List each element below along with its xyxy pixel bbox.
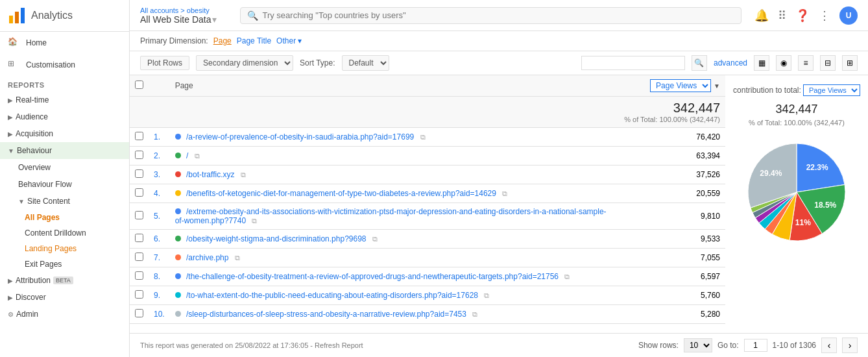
col-header-pageviews[interactable]: Page Views ▼ xyxy=(619,75,725,97)
row-checkbox[interactable] xyxy=(135,211,143,219)
row-page-link[interactable]: /a-review-of-prevalence-of-obesity-in-sa… xyxy=(186,132,414,142)
pivot-view-button[interactable]: ⊟ xyxy=(820,55,836,71)
header-search-box[interactable]: 🔍 xyxy=(240,7,741,24)
copy-icon[interactable]: ⧉ xyxy=(195,152,200,160)
copy-icon[interactable]: ⧉ xyxy=(235,254,240,262)
avatar[interactable]: U xyxy=(839,6,858,25)
sidebar-item-behaviour-flow[interactable]: Behaviour Flow xyxy=(0,176,129,193)
copy-icon[interactable]: ⧉ xyxy=(252,217,257,225)
advanced-link[interactable]: advanced xyxy=(714,58,747,68)
contrib-metric-select[interactable]: Page Views xyxy=(803,84,860,96)
sidebar-item-admin[interactable]: ⚙ Admin xyxy=(0,306,129,323)
expand-arrow-discover: ▶ xyxy=(8,294,13,301)
behaviour-label: Behaviour xyxy=(17,146,52,155)
show-rows-select[interactable]: 10 xyxy=(684,338,712,352)
row-checkbox[interactable] xyxy=(135,234,143,242)
row-color-dot xyxy=(175,134,181,140)
row-num: 8. xyxy=(149,267,170,286)
table-section: Page Page Views ▼ xyxy=(130,75,725,324)
row-num: 4. xyxy=(149,184,170,203)
row-num: 2. xyxy=(149,147,170,166)
next-page-button[interactable]: › xyxy=(842,338,858,353)
sidebar-item-overview[interactable]: Overview xyxy=(0,159,129,176)
dim-page-link[interactable]: Page xyxy=(213,36,232,45)
grid-icon[interactable]: ⠿ xyxy=(778,8,786,23)
row-page-link[interactable]: / xyxy=(186,151,188,160)
sidebar-item-discover[interactable]: ▶ Discover xyxy=(0,289,129,306)
plot-rows-button[interactable]: Plot Rows xyxy=(140,56,189,70)
goto-input[interactable] xyxy=(744,339,767,352)
row-color-dot xyxy=(175,292,181,298)
row-page-link[interactable]: /the-challenge-of-obesity-treatment-a-re… xyxy=(186,272,559,281)
customisation-icon: ⊞ xyxy=(8,59,19,71)
row-page-link[interactable]: /obesity-weight-stigma-and-discriminatio… xyxy=(186,234,366,243)
table-view-button[interactable]: ▦ xyxy=(754,55,769,71)
search-input[interactable] xyxy=(262,10,734,20)
copy-icon[interactable]: ⧉ xyxy=(372,235,378,243)
help-icon[interactable]: ❓ xyxy=(795,8,810,23)
sidebar-item-exit-pages[interactable]: Exit Pages xyxy=(0,256,129,272)
row-pageviews: 9,810 xyxy=(619,203,725,230)
row-checkbox[interactable] xyxy=(135,188,143,197)
row-page-link[interactable]: /benefits-of-ketogenic-diet-for-manageme… xyxy=(186,189,496,198)
attribution-beta-badge: BETA xyxy=(53,277,73,284)
row-checkbox[interactable] xyxy=(135,290,143,299)
copy-icon[interactable]: ⧉ xyxy=(241,171,246,178)
copy-icon[interactable]: ⧉ xyxy=(472,310,477,318)
row-page-link[interactable]: /extreme-obesity-and-its-associations-wi… xyxy=(175,207,607,225)
copy-icon[interactable]: ⧉ xyxy=(484,291,489,299)
sidebar-item-realtime[interactable]: ▶ Real-time xyxy=(0,92,129,108)
row-page-link[interactable]: /sleep-disturbances-of-sleep-stress-and-… xyxy=(186,310,466,319)
list-view-button[interactable]: ≡ xyxy=(798,55,814,71)
table-search-input[interactable] xyxy=(581,56,685,70)
sidebar-item-customisation[interactable]: ⊞ Customisation xyxy=(0,54,129,76)
prev-page-button[interactable]: ‹ xyxy=(821,338,837,353)
pie-view-button[interactable]: ◉ xyxy=(776,55,791,71)
secondary-dimension-select[interactable]: Secondary dimension xyxy=(196,55,293,71)
row-checkbox[interactable] xyxy=(135,151,143,159)
metric-select[interactable]: Page Views xyxy=(650,79,711,92)
sidebar-item-landing-pages[interactable]: Landing Pages xyxy=(0,241,129,256)
expand-arrow-behaviour: ▼ xyxy=(8,147,14,154)
header: All accounts > obesity All Web Site Data… xyxy=(130,0,868,31)
more-icon[interactable]: ⋮ xyxy=(819,8,830,23)
row-checkbox[interactable] xyxy=(135,252,143,261)
sidebar-item-acquisition[interactable]: ▶ Acquisition xyxy=(0,125,129,142)
copy-icon[interactable]: ⧉ xyxy=(420,133,426,141)
sidebar-item-site-content[interactable]: ▼ Site Content xyxy=(0,193,129,210)
row-page-link[interactable]: /to-what-extent-do-the-public-need-educa… xyxy=(186,291,478,300)
dropdown-arrow-header[interactable]: ▾ xyxy=(212,14,217,25)
row-page-cell: /bot-traffic.xyz ⧉ xyxy=(170,166,620,184)
copy-icon[interactable]: ⧉ xyxy=(564,273,570,280)
sidebar-item-home[interactable]: 🏠 Home xyxy=(0,32,129,54)
pie-label: 11% xyxy=(795,218,811,227)
row-page-link[interactable]: /bot-traffic.xyz xyxy=(186,170,234,179)
sidebar-item-all-pages[interactable]: All Pages xyxy=(0,210,129,225)
chart-section: contribution to total: Page Views 342,44… xyxy=(725,75,868,324)
expand-arrow-admin: ⚙ xyxy=(8,311,14,318)
dim-page-title-link[interactable]: Page Title xyxy=(237,36,271,45)
bell-icon[interactable]: 🔔 xyxy=(754,8,769,23)
sidebar-item-attribution[interactable]: ▶ Attribution BETA xyxy=(0,272,129,289)
table-search-button[interactable]: 🔍 xyxy=(692,55,707,71)
sidebar-item-audience[interactable]: ▶ Audience xyxy=(0,108,129,125)
sidebar-item-behaviour[interactable]: ▼ Behaviour xyxy=(0,142,129,159)
dim-other-link[interactable]: Other ▾ xyxy=(276,36,302,45)
row-page-cell: /benefits-of-ketogenic-diet-for-manageme… xyxy=(170,184,620,203)
pie-label: 22.3% xyxy=(806,163,828,172)
compare-view-button[interactable]: ⊞ xyxy=(842,55,858,71)
overview-label: Overview xyxy=(18,163,51,172)
row-checkbox[interactable] xyxy=(135,309,143,317)
acquisition-label: Acquisition xyxy=(16,129,53,138)
row-checkbox[interactable] xyxy=(135,132,143,140)
landing-pages-label: Landing Pages xyxy=(25,244,77,253)
table-row: 10. /sleep-disturbances-of-sleep-stress-… xyxy=(130,305,725,324)
expand-arrow-realtime: ▶ xyxy=(8,97,13,104)
sort-type-select[interactable]: Default xyxy=(342,55,389,71)
row-checkbox[interactable] xyxy=(135,271,143,280)
row-page-link[interactable]: /archive.php xyxy=(186,253,228,262)
row-checkbox[interactable] xyxy=(135,169,143,178)
select-all-checkbox[interactable] xyxy=(135,80,143,89)
sidebar-item-content-drilldown[interactable]: Content Drilldown xyxy=(0,225,129,241)
copy-icon[interactable]: ⧉ xyxy=(502,190,507,197)
